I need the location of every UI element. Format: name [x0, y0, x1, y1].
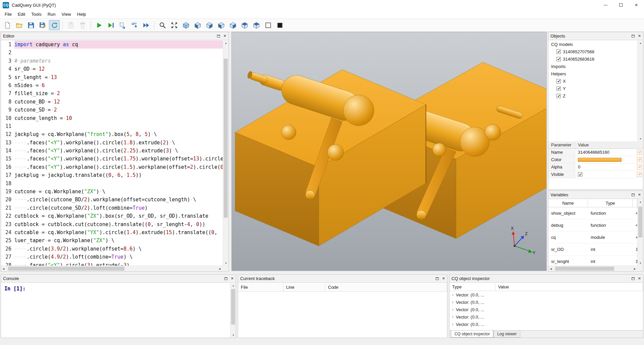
traceback-column-file[interactable]: File: [238, 283, 283, 291]
close-button[interactable]: ✕: [629, 0, 644, 10]
float-panel-icon[interactable]: [632, 277, 635, 280]
tree-item-imports[interactable]: Imports: [548, 63, 637, 70]
code-line-20[interactable]: 20····.circle(cutcone_BD/2).workplane(of…: [1, 196, 223, 204]
float-panel-icon[interactable]: [224, 277, 227, 280]
expand-chevron-icon[interactable]: ›: [452, 322, 453, 327]
view-front-button[interactable]: [192, 20, 203, 30]
tree-item-y[interactable]: Y: [548, 85, 637, 92]
menu-help[interactable]: Help: [74, 10, 89, 18]
reset-name-button[interactable]: ↺: [637, 150, 642, 155]
scroll-down-icon[interactable]: ▼: [638, 136, 643, 141]
code-line-24[interactable]: 24cutcable·=·cq.Workplane("YX").circle(1…: [1, 228, 223, 236]
inspector-row-3[interactable]: ›Vector: (0.0, ...: [449, 313, 643, 321]
view-back-button[interactable]: [204, 20, 215, 30]
scroll-right-icon[interactable]: ▶: [632, 266, 637, 272]
code-line-17[interactable]: 17jackplug·=·jackplug.translate((0,·6,·1…: [1, 171, 223, 179]
view-iso-button[interactable]: [180, 20, 191, 30]
console-vscroll[interactable]: ▲ ▼: [230, 283, 236, 338]
shaded-button[interactable]: [274, 20, 285, 30]
close-panel-icon[interactable]: ✕: [442, 276, 445, 281]
code-line-10[interactable]: 10cutcone_length·=·10: [1, 114, 223, 122]
property-value[interactable]: [575, 172, 637, 177]
variable-row-cq[interactable]: cqmodule<m: [548, 231, 637, 244]
code-line-4[interactable]: 4sr_OD·=·12: [1, 65, 223, 73]
code-line-13[interactable]: 13····.faces("<Y").workplane().circle(1.…: [1, 139, 223, 147]
variables-vscroll[interactable]: ▲ ▼: [637, 199, 643, 266]
code-line-1[interactable]: 1import·cadquery·as·cq: [1, 41, 223, 49]
code-line-18[interactable]: 18: [1, 180, 223, 188]
inspector-row-2[interactable]: ›Vector: (0.0, ...: [449, 306, 643, 313]
view-top-button[interactable]: [239, 20, 250, 30]
scroll-down-icon[interactable]: ▼: [638, 261, 643, 266]
scroll-left-icon[interactable]: ◀: [548, 266, 553, 272]
scroll-thumb[interactable]: [231, 289, 235, 325]
variable-row-sr_OD[interactable]: sr_ODint12: [548, 244, 637, 256]
console-input-area[interactable]: In [1]:: [1, 283, 230, 338]
variables-column-name[interactable]: Name: [548, 199, 588, 207]
tree-item-helpers[interactable]: Helpers: [548, 70, 637, 77]
view-right-button[interactable]: [227, 20, 238, 30]
expand-chevron-icon[interactable]: ›: [452, 307, 453, 312]
expand-chevron-icon[interactable]: ›: [452, 315, 453, 319]
code-line-2[interactable]: 2: [1, 49, 223, 57]
scroll-thumb[interactable]: [555, 267, 614, 271]
tab-log-viewer[interactable]: Log viewer: [493, 331, 520, 338]
visible-checkbox[interactable]: [578, 172, 582, 177]
code-line-11[interactable]: 11: [1, 122, 223, 130]
fit-view-button[interactable]: [169, 20, 179, 30]
tree-item-3140652707568[interactable]: 3140652707568: [548, 48, 637, 55]
code-line-28[interactable]: 28····.faces("<Y").circle(3).extrude(-3): [1, 261, 223, 266]
inspector-column-value[interactable]: Value: [495, 283, 643, 291]
run-script-button[interactable]: [94, 20, 104, 30]
code-line-8[interactable]: 8cutcone_BD·=·12: [1, 98, 223, 106]
close-panel-icon[interactable]: ✕: [638, 193, 641, 197]
scroll-down-icon[interactable]: ▼: [223, 261, 229, 266]
minimize-button[interactable]: [598, 0, 613, 10]
maximize-button[interactable]: [613, 0, 629, 10]
variable-row-debug[interactable]: debugfunction<f: [548, 219, 637, 231]
tab-cq-object-inspector[interactable]: CQ object inspector: [451, 331, 493, 338]
menu-tools[interactable]: Tools: [28, 10, 44, 18]
float-panel-icon[interactable]: [632, 35, 635, 38]
float-panel-icon[interactable]: [217, 35, 220, 38]
step-button[interactable]: [117, 20, 128, 30]
tree-item-x[interactable]: X: [548, 77, 637, 85]
paste-button[interactable]: [65, 20, 76, 30]
code-line-5[interactable]: 5sr_lenght·=·13: [1, 73, 223, 81]
code-line-26[interactable]: 26····.circle(3.9/2).workplane(offset=8.…: [1, 245, 223, 253]
visibility-checkbox[interactable]: [556, 50, 561, 54]
code-line-21[interactable]: 21····.circle(cutcone_SD/2).loft(combine…: [1, 204, 223, 212]
menu-edit[interactable]: Edit: [15, 10, 28, 18]
tree-item-3140652683616[interactable]: 3140652683616: [548, 55, 637, 63]
code-line-6[interactable]: 6nSides·=·6: [1, 81, 223, 89]
float-panel-icon[interactable]: [436, 277, 439, 280]
inspector-row-4[interactable]: ›Vector: (0.0, ...: [449, 321, 643, 328]
visibility-checkbox[interactable]: [556, 57, 561, 61]
continue-button[interactable]: [141, 20, 151, 30]
view-left-button[interactable]: [216, 20, 226, 30]
code-line-7[interactable]: 7fillet_size·=·2: [1, 89, 223, 97]
delete-button[interactable]: [77, 20, 88, 30]
code-line-16[interactable]: 16····.faces("<Y").workplane().circle(1.…: [1, 163, 223, 171]
scroll-thumb[interactable]: [638, 207, 642, 237]
variables-hscroll[interactable]: ◀ ▶: [548, 266, 637, 271]
traceback-column-line[interactable]: Line: [283, 283, 325, 291]
expand-chevron-icon[interactable]: ›: [452, 292, 453, 297]
save-as-button[interactable]: [37, 20, 48, 30]
traceback-column-code[interactable]: Code: [325, 283, 447, 291]
code-line-23[interactable]: 23cutblock·=·cutblock.cut(cutcone).trans…: [1, 220, 223, 228]
code-line-12[interactable]: 12jackplug·=·cq.Workplane("front").box(5…: [1, 130, 223, 138]
scroll-up-icon[interactable]: ▲: [638, 199, 643, 204]
code-line-22[interactable]: 22cutblock·=·cq.Workplane("ZX").box(sr_O…: [1, 212, 223, 220]
scroll-left-icon[interactable]: ◀: [1, 266, 6, 272]
scroll-up-icon[interactable]: ▲: [223, 41, 229, 46]
zoom-button[interactable]: [157, 20, 168, 30]
code-editor[interactable]: 1import·cadquery·as·cq23#·parameters4sr_…: [1, 41, 223, 266]
code-line-9[interactable]: 9cutcone_SD·=·2: [1, 106, 223, 114]
code-line-19[interactable]: 19cutcone·=·cq.Workplane("ZX")·\: [1, 188, 223, 196]
reset-alpha-button[interactable]: ↺: [637, 164, 642, 169]
reset-visible-button[interactable]: ↺: [637, 172, 642, 177]
variable-row-show_object[interactable]: show_objectfunction<f: [548, 207, 637, 219]
wireframe-button[interactable]: [263, 20, 273, 30]
step-into-button[interactable]: [129, 20, 140, 30]
